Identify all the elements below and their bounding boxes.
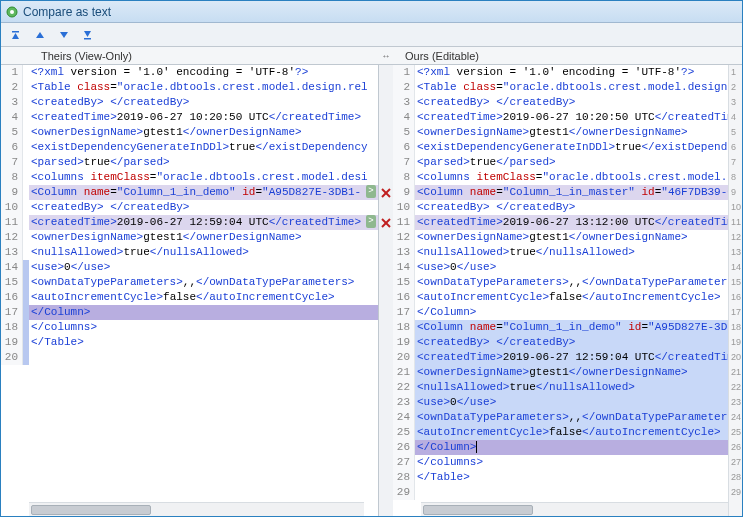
code-line[interactable]: 7<parsed>true</parsed> xyxy=(1,155,378,170)
code-content[interactable]: <use>0</use> xyxy=(29,260,378,275)
code-line[interactable]: 17</Column> xyxy=(393,305,742,320)
code-content[interactable]: <columns itemClass="oracle.dbtools.crest… xyxy=(415,170,742,185)
code-content[interactable]: <autoIncrementCycle>false</autoIncrement… xyxy=(415,425,742,440)
reject-change-icon[interactable] xyxy=(379,216,393,230)
code-content[interactable]: <use>0</use> xyxy=(415,395,742,410)
code-line[interactable]: 19</Table> xyxy=(1,335,378,350)
code-content[interactable]: <Table class="oracle.dbtools.crest.model… xyxy=(29,80,378,95)
code-line[interactable]: 16<autoIncrementCycle>false</autoIncreme… xyxy=(1,290,378,305)
prev-diff-button[interactable] xyxy=(31,26,49,44)
code-line[interactable]: 5<ownerDesignName>gtest1</ownerDesignNam… xyxy=(393,125,742,140)
code-line[interactable]: 10<createdBy> </createdBy> xyxy=(393,200,742,215)
code-content[interactable] xyxy=(415,485,742,500)
code-content[interactable]: </Column> xyxy=(415,305,742,320)
code-line[interactable]: 1<?xml version = '1.0' encoding = 'UTF-8… xyxy=(393,65,742,80)
code-content[interactable]: <createdBy> </createdBy> xyxy=(29,200,378,215)
code-content[interactable]: <createdTime>2019-06-27 10:20:50 UTC</cr… xyxy=(29,110,378,125)
code-content[interactable]: <Column name="Column_1_in_demo" id="A95D… xyxy=(415,320,742,335)
code-line[interactable]: 12<ownerDesignName>gtest1</ownerDesignNa… xyxy=(1,230,378,245)
code-line[interactable]: 7<parsed>true</parsed> xyxy=(393,155,742,170)
code-content[interactable]: <ownDataTypeParameters>,,</ownDataTypePa… xyxy=(415,410,742,425)
code-line[interactable]: 25<autoIncrementCycle>false</autoIncreme… xyxy=(393,425,742,440)
code-content[interactable]: </Column> xyxy=(29,305,378,320)
first-diff-button[interactable] xyxy=(7,26,25,44)
code-line[interactable]: 10<createdBy> </createdBy> xyxy=(1,200,378,215)
code-content[interactable]: <existDependencyGenerateInDDl>true</exis… xyxy=(29,140,378,155)
code-line[interactable]: 13<nullsAllowed>true</nullsAllowed> xyxy=(1,245,378,260)
code-content[interactable]: <parsed>true</parsed> xyxy=(29,155,378,170)
code-content[interactable]: <Column name="Column_1_in_demo" id="A95D… xyxy=(29,185,378,200)
code-content[interactable]: <Column name="Column_1_in_master" id="46… xyxy=(415,185,742,200)
code-line[interactable]: 15<ownDataTypeParameters>,,</ownDataType… xyxy=(393,275,742,290)
code-line[interactable]: 27</columns> xyxy=(393,455,742,470)
code-content[interactable]: <ownDataTypeParameters>,,</ownDataTypePa… xyxy=(415,275,742,290)
code-line[interactable]: 9<Column name="Column_1_in_demo" id="A95… xyxy=(1,185,378,200)
code-line[interactable]: 24<ownDataTypeParameters>,,</ownDataType… xyxy=(393,410,742,425)
code-content[interactable]: </Column> xyxy=(415,440,742,455)
code-line[interactable]: 6<existDependencyGenerateInDDl>true</exi… xyxy=(393,140,742,155)
code-line[interactable]: 29 xyxy=(393,485,742,500)
code-line[interactable]: 14<use>0</use> xyxy=(393,260,742,275)
code-line[interactable]: 4<createdTime>2019-06-27 10:20:50 UTC</c… xyxy=(1,110,378,125)
code-line[interactable]: 12<ownerDesignName>gtest1</ownerDesignNa… xyxy=(393,230,742,245)
code-line[interactable]: 8<columns itemClass="oracle.dbtools.cres… xyxy=(393,170,742,185)
code-content[interactable]: <ownDataTypeParameters>,,</ownDataTypePa… xyxy=(29,275,378,290)
code-content[interactable]: <createdTime>2019-06-27 12:59:04 UTC</cr… xyxy=(29,215,378,230)
code-line[interactable]: 20 xyxy=(1,350,378,365)
code-line[interactable]: 4<createdTime>2019-06-27 10:20:50 UTC</c… xyxy=(393,110,742,125)
code-content[interactable]: </Table> xyxy=(415,470,742,485)
code-content[interactable]: </columns> xyxy=(415,455,742,470)
next-diff-button[interactable] xyxy=(55,26,73,44)
code-content[interactable]: <autoIncrementCycle>false</autoIncrement… xyxy=(29,290,378,305)
code-content[interactable]: <nullsAllowed>true</nullsAllowed> xyxy=(415,245,742,260)
code-content[interactable]: <createdTime>2019-06-27 10:20:50 UTC</cr… xyxy=(415,110,742,125)
right-pane[interactable]: 1<?xml version = '1.0' encoding = 'UTF-8… xyxy=(393,65,742,516)
reject-change-icon[interactable] xyxy=(379,186,393,200)
code-line[interactable]: 18</columns> xyxy=(1,320,378,335)
code-line[interactable]: 17</Column> xyxy=(1,305,378,320)
code-content[interactable]: <use>0</use> xyxy=(415,260,742,275)
code-line[interactable]: 16<autoIncrementCycle>false</autoIncreme… xyxy=(393,290,742,305)
code-line[interactable]: 2<Table class="oracle.dbtools.crest.mode… xyxy=(393,80,742,95)
code-line[interactable]: 22<nullsAllowed>true</nullsAllowed> xyxy=(393,380,742,395)
code-content[interactable]: <nullsAllowed>true</nullsAllowed> xyxy=(415,380,742,395)
code-line[interactable]: 8<columns itemClass="oracle.dbtools.cres… xyxy=(1,170,378,185)
code-line[interactable]: 1<?xml version = '1.0' encoding = 'UTF-8… xyxy=(1,65,378,80)
code-content[interactable]: <columns itemClass="oracle.dbtools.crest… xyxy=(29,170,378,185)
code-line[interactable]: 19<createdBy> </createdBy> xyxy=(393,335,742,350)
code-line[interactable]: 11<createdTime>2019-06-27 12:59:04 UTC</… xyxy=(1,215,378,230)
code-line[interactable]: 5<ownerDesignName>gtest1</ownerDesignNam… xyxy=(1,125,378,140)
code-content[interactable]: <ownerDesignName>gtest1</ownerDesignName… xyxy=(415,125,742,140)
code-content[interactable]: <?xml version = '1.0' encoding = 'UTF-8'… xyxy=(29,65,378,80)
code-content[interactable]: <ownerDesignName>gtest1</ownerDesignName… xyxy=(29,230,378,245)
code-content[interactable]: <createdBy> </createdBy> xyxy=(415,200,742,215)
code-content[interactable]: </Table> xyxy=(29,335,378,350)
code-content[interactable]: <createdTime>2019-06-27 12:59:04 UTC</cr… xyxy=(415,350,742,365)
code-content[interactable]: <Table class="oracle.dbtools.crest.model… xyxy=(415,80,742,95)
code-line[interactable]: 13<nullsAllowed>true</nullsAllowed> xyxy=(393,245,742,260)
code-line[interactable]: 3<createdBy> </createdBy> xyxy=(1,95,378,110)
code-content[interactable]: <createdBy> </createdBy> xyxy=(415,335,742,350)
code-line[interactable]: 9<Column name="Column_1_in_master" id="4… xyxy=(393,185,742,200)
code-content[interactable]: <ownerDesignName>gtest1</ownerDesignName… xyxy=(415,230,742,245)
code-content[interactable]: <existDependencyGenerateInDDl>true</exis… xyxy=(415,140,742,155)
last-diff-button[interactable] xyxy=(79,26,97,44)
code-content[interactable]: <?xml version = '1.0' encoding = 'UTF-8'… xyxy=(415,65,742,80)
left-pane[interactable]: 1<?xml version = '1.0' encoding = 'UTF-8… xyxy=(1,65,379,516)
code-content[interactable] xyxy=(29,350,378,365)
code-line[interactable]: 6<existDependencyGenerateInDDl>true</exi… xyxy=(1,140,378,155)
code-content[interactable]: <createdBy> </createdBy> xyxy=(415,95,742,110)
code-content[interactable]: <ownerDesignName>gtest1</ownerDesignName… xyxy=(415,365,742,380)
code-line[interactable]: 21<ownerDesignName>gtest1</ownerDesignNa… xyxy=(393,365,742,380)
code-content[interactable]: <createdTime>2019-06-27 13:12:00 UTC</cr… xyxy=(415,215,742,230)
code-content[interactable]: <createdBy> </createdBy> xyxy=(29,95,378,110)
code-line[interactable]: 28</Table> xyxy=(393,470,742,485)
left-horizontal-scrollbar[interactable] xyxy=(29,502,364,516)
code-line[interactable]: 18<Column name="Column_1_in_demo" id="A9… xyxy=(393,320,742,335)
code-line[interactable]: 26</Column> xyxy=(393,440,742,455)
right-horizontal-scrollbar[interactable] xyxy=(421,502,728,516)
code-content[interactable]: <nullsAllowed>true</nullsAllowed> xyxy=(29,245,378,260)
code-content[interactable]: </columns> xyxy=(29,320,378,335)
code-line[interactable]: 11<createdTime>2019-06-27 13:12:00 UTC</… xyxy=(393,215,742,230)
code-line[interactable]: 20<createdTime>2019-06-27 12:59:04 UTC</… xyxy=(393,350,742,365)
